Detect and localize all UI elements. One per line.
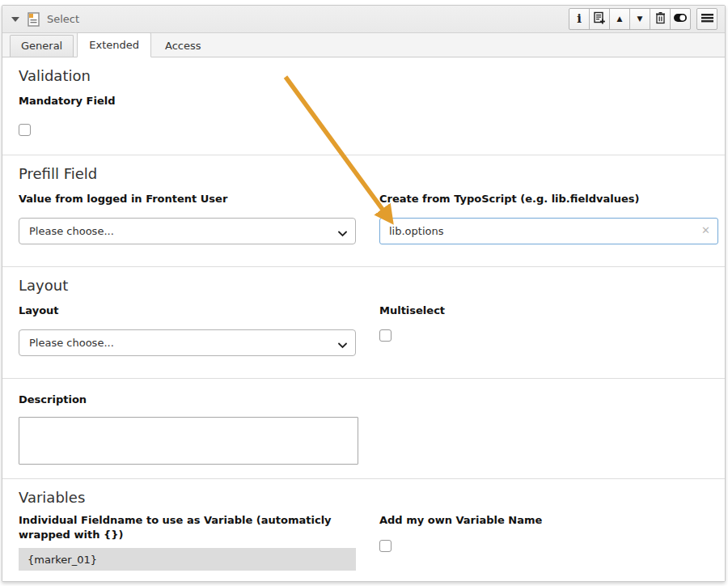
tab-access[interactable]: Access xyxy=(154,36,212,57)
duplicate-button[interactable] xyxy=(589,8,610,30)
section-prefill: Prefill Field Value from logged in Front… xyxy=(2,155,725,266)
duplicate-icon xyxy=(593,11,606,27)
collapse-caret-icon[interactable] xyxy=(11,17,19,22)
move-down-icon: ▼ xyxy=(637,15,643,23)
clear-input-icon[interactable]: ✕ xyxy=(701,224,710,236)
toggle-visibility-button[interactable] xyxy=(670,8,691,30)
selected-option-label: Please choose... xyxy=(29,225,114,237)
toggle-icon xyxy=(673,13,688,25)
section-description: Description xyxy=(2,378,725,478)
section-validation: Validation Mandatory Field xyxy=(2,57,725,155)
element-toolbar: i ▲ xyxy=(569,8,717,30)
form-element-panel: Select i xyxy=(2,5,726,582)
typoscript-label: Create from TypoScript (e.g. lib.fieldva… xyxy=(379,192,718,206)
own-variable-checkbox[interactable] xyxy=(379,540,392,552)
mandatory-field-label: Mandatory Field xyxy=(19,94,712,108)
section-heading: Validation xyxy=(19,67,712,85)
document-icon xyxy=(28,12,40,27)
move-up-button[interactable]: ▲ xyxy=(609,8,630,30)
chevron-down-icon xyxy=(338,227,347,240)
layout-select[interactable]: Please choose... xyxy=(19,329,356,356)
section-heading: Variables xyxy=(19,489,712,507)
tab-bar: General Extended Access xyxy=(2,33,725,57)
section-layout: Layout Layout Please choose... Multis xyxy=(2,266,725,378)
multiselect-checkbox[interactable] xyxy=(379,329,392,342)
element-header: Select i xyxy=(2,6,725,33)
move-down-button[interactable]: ▼ xyxy=(629,8,650,30)
variable-readonly-field: {marker_01} xyxy=(19,548,356,571)
tab-content: Validation Mandatory Field Prefill Field… xyxy=(2,57,725,582)
description-label: Description xyxy=(19,393,712,407)
typoscript-input[interactable] xyxy=(379,218,718,244)
prefill-feuser-select[interactable]: Please choose... xyxy=(19,218,356,244)
trash-icon xyxy=(654,11,667,27)
tab-extended[interactable]: Extended xyxy=(77,32,151,57)
mandatory-field-checkbox[interactable] xyxy=(19,124,31,136)
section-heading: Layout xyxy=(19,277,712,295)
layout-label: Layout xyxy=(19,304,356,318)
prefill-feuser-label: Value from logged in Frontent User xyxy=(19,192,356,206)
multiselect-label: Multiselect xyxy=(379,304,718,318)
hamburger-icon xyxy=(701,13,713,25)
menu-button[interactable] xyxy=(696,8,717,30)
tab-general[interactable]: General xyxy=(10,35,74,57)
delete-button[interactable] xyxy=(650,8,671,30)
selected-option-label: Please choose... xyxy=(29,337,114,349)
element-title: Select xyxy=(47,13,79,25)
info-button[interactable]: i xyxy=(569,8,590,30)
info-icon: i xyxy=(577,13,582,25)
variable-fieldname-label: Individual Fieldname to use as Variable … xyxy=(19,513,356,542)
move-up-icon: ▲ xyxy=(617,15,623,23)
section-variables: Variables Individual Fieldname to use as… xyxy=(2,478,725,582)
section-heading: Prefill Field xyxy=(19,165,712,183)
own-variable-label: Add my own Variable Name xyxy=(379,513,718,528)
description-textarea[interactable] xyxy=(19,417,358,465)
chevron-down-icon xyxy=(338,339,347,351)
toolbar-button-group: i ▲ xyxy=(569,8,691,30)
